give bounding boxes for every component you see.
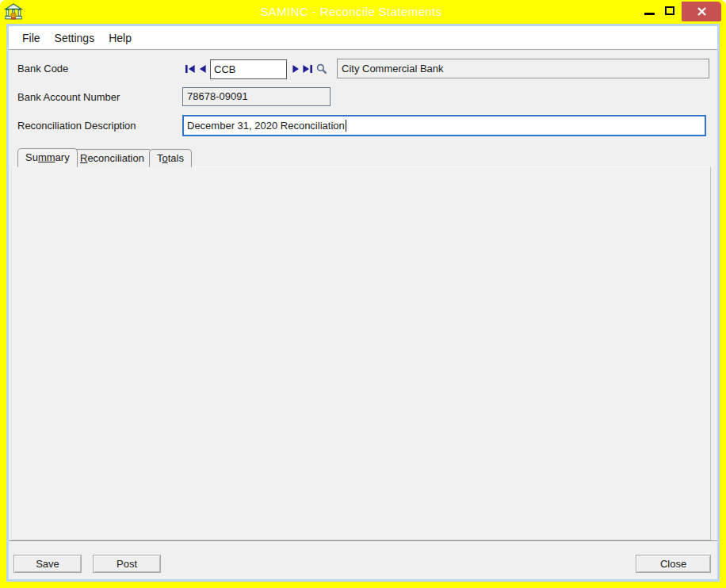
close-window-button[interactable]: [682, 2, 721, 21]
last-record-button[interactable]: [302, 63, 315, 75]
post-button[interactable]: Post: [93, 555, 161, 573]
title-bar[interactable]: SAMINC - Reconcile Statements: [0, 0, 726, 24]
finder-magnifier-icon: [316, 63, 327, 74]
close-button[interactable]: Close: [636, 555, 711, 573]
app-window: SAMINC - Reconcile Statements File Setti…: [0, 0, 726, 588]
last-record-icon: [302, 64, 313, 74]
menu-settings[interactable]: Settings: [48, 26, 102, 50]
tab-reconciliation[interactable]: Reconciliation: [72, 149, 152, 167]
window-title: SAMINC - Reconcile Statements: [79, 0, 623, 24]
summary-tab-page: [11, 166, 711, 540]
menu-help[interactable]: Help: [101, 26, 139, 50]
minimize-dash-icon: [644, 13, 655, 15]
bank-code-input[interactable]: [210, 59, 287, 79]
maximize-button[interactable]: [659, 0, 680, 21]
menu-file[interactable]: File: [15, 26, 48, 50]
maximize-square-icon: [665, 6, 674, 15]
first-record-button[interactable]: [185, 63, 197, 75]
bank-account-number-box: 78678-09091: [182, 87, 331, 106]
close-x-icon: [697, 6, 707, 17]
text-caret: [346, 120, 346, 132]
reconciliation-description-input[interactable]: December 31, 2020 Reconciliation: [182, 115, 706, 136]
first-record-icon: [185, 64, 196, 74]
bank-code-label: Bank Code: [17, 63, 68, 74]
footer-divider: [9, 540, 717, 542]
tab-totals[interactable]: Totals: [149, 149, 192, 167]
tab-summary[interactable]: Summary: [17, 148, 78, 167]
bank-building-icon: [4, 2, 23, 21]
reconciliation-description-label: Reconciliation Description: [17, 120, 136, 132]
screen: SAMINC - Reconcile Statements File Setti…: [0, 0, 726, 588]
minimize-button[interactable]: [639, 0, 659, 21]
client-area: File Settings Help Bank Code: [6, 24, 720, 582]
bank-account-number-label: Bank Account Number: [17, 91, 120, 103]
next-record-icon: [292, 64, 300, 74]
reconciliation-description-text: December 31, 2020 Reconciliation: [187, 120, 345, 132]
menu-bar: File Settings Help: [9, 26, 717, 50]
bank-code-finder-button[interactable]: [316, 63, 329, 75]
save-button[interactable]: Save: [13, 555, 82, 573]
previous-record-icon: [199, 64, 207, 74]
bank-description-box: City Commercial Bank: [337, 59, 709, 78]
